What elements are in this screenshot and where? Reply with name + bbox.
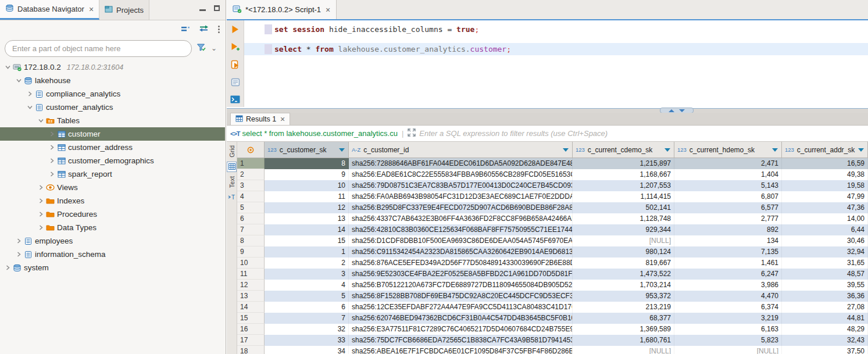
close-icon[interactable]: × — [280, 115, 285, 123]
column-filter-dropdown-icon[interactable] — [339, 148, 345, 152]
grid-cell-c_current_cdemo_sk[interactable]: 1,703,214 — [573, 280, 674, 291]
grid-cell-c_customer_sk[interactable]: 9 — [265, 169, 349, 180]
row-number-cell[interactable]: 8 — [237, 235, 265, 246]
results-filter-bar[interactable]: <>T select * from lakehouse.customer_ana… — [227, 126, 868, 142]
grid-cell-c_current_addr_sk[interactable]: 32,94 — [782, 246, 868, 258]
grid-cell-c_customer_sk[interactable]: 34 — [265, 346, 349, 354]
expand-filter-icon[interactable] — [408, 128, 416, 138]
tab-results-1[interactable]: Results 1 × — [230, 113, 290, 125]
execute-script-icon[interactable] — [231, 60, 240, 71]
grid-cell-c_current_hdemo_sk[interactable]: 6,807 — [674, 191, 782, 202]
row-number-cell[interactable]: 11 — [237, 269, 265, 280]
grid-cell-c_customer_id[interactable]: sha256:620746BED947362BCD6CF31B0A4C547DD… — [349, 313, 573, 324]
grid-cell-c_current_hdemo_sk[interactable]: 6,163 — [674, 324, 782, 335]
close-icon[interactable]: × — [89, 5, 94, 13]
grid-cell-c_customer_sk[interactable]: 13 — [265, 213, 349, 224]
grid-cell-c_current_cdemo_sk[interactable]: 1,128,748 — [573, 213, 674, 224]
grid-cell-c_current_hdemo_sk[interactable]: 5,143 — [674, 180, 782, 191]
grid-cell-c_current_addr_sk[interactable]: 39,55 — [782, 280, 868, 291]
collapse-up-icon[interactable] — [669, 109, 674, 112]
row-number-cell[interactable]: 12 — [237, 280, 265, 291]
chevron-right-icon[interactable] — [48, 171, 56, 177]
grid-cell-c_customer_sk[interactable]: 11 — [265, 191, 349, 202]
chevron-right-icon[interactable] — [48, 158, 56, 163]
grid-cell-c_current_cdemo_sk[interactable]: 1,207,553 — [573, 180, 674, 191]
grid-cell-c_customer_sk[interactable]: 3 — [265, 269, 349, 280]
grid-cell-c_customer_sk[interactable]: 2 — [265, 258, 349, 269]
grid-corner-cell[interactable] — [237, 142, 265, 158]
grid-cell-c_customer_id[interactable]: sha256:876ACE5EFED349A2D56F77D5084891433… — [349, 258, 573, 269]
grid-cell-c_current_hdemo_sk[interactable]: 3,219 — [674, 313, 782, 324]
grid-cell-c_customer_sk[interactable]: 7 — [265, 313, 349, 324]
close-icon[interactable]: × — [326, 6, 330, 14]
chevron-down-icon[interactable] — [3, 65, 12, 70]
grid-cell-c_customer_id[interactable]: sha256:FA0ABB6943B98054FC31D12D3E3AEC689… — [349, 191, 573, 202]
grid-cell-c_current_hdemo_sk[interactable]: 3,986 — [674, 280, 782, 291]
grid-cell-c_current_addr_sk[interactable]: 19,58 — [782, 180, 868, 191]
grid-cell-c_current_hdemo_sk[interactable]: 134 — [674, 235, 782, 246]
grid-cell-c_customer_id[interactable]: sha256:75DC7FCB6686EDA72565C1B838CA7FC43… — [349, 335, 573, 346]
grid-cell-c_current_cdemo_sk[interactable]: 1,680,761 — [573, 335, 674, 346]
collapse-all-icon[interactable] — [181, 24, 190, 34]
grid-cell-c_current_addr_sk[interactable]: 36,36 — [782, 291, 868, 302]
row-number-cell[interactable]: 18 — [237, 346, 265, 354]
collapse-down-icon[interactable] — [679, 109, 685, 112]
object-search-input[interactable] — [5, 40, 192, 57]
sql-line-2[interactable]: select * from lakehouse.customer_analyti… — [244, 44, 868, 55]
grid-cell-c_current_addr_sk[interactable]: 47,36 — [782, 202, 868, 213]
column-filter-dropdown-icon[interactable] — [858, 148, 864, 152]
tree-item-customer-demographics[interactable]: customer_demographics — [0, 154, 225, 167]
grid-cell-c_current_addr_sk[interactable]: 30,46 — [782, 235, 868, 246]
grid-cell-c_customer_sk[interactable]: 1 — [265, 246, 349, 258]
tree-item-tables[interactable]: Tables — [0, 114, 225, 127]
grid-cell-c_customer_id[interactable]: sha256:4337C7AB6432E3B06FF4A3636FD2F8CC8… — [349, 213, 573, 224]
tree-item-lakehouse[interactable]: lakehouse — [0, 74, 225, 87]
grid-cell-c_current_cdemo_sk[interactable]: 1,215,897 — [573, 158, 674, 169]
execute-statement-icon[interactable] — [231, 25, 239, 36]
grid-cell-c_current_cdemo_sk[interactable]: 502,141 — [573, 202, 674, 213]
grid-cell-c_current_addr_sk[interactable]: 16,59 — [782, 158, 868, 169]
grid-cell-c_current_cdemo_sk[interactable]: 929,344 — [573, 224, 674, 235]
column-filter-dropdown-icon[interactable] — [563, 148, 569, 152]
grid-cell-c_customer_sk[interactable]: 14 — [265, 224, 349, 235]
row-number-cell[interactable]: 3 — [237, 180, 265, 191]
grid-cell-c_current_hdemo_sk[interactable]: 6,577 — [674, 202, 782, 213]
grid-cell-c_current_addr_sk[interactable]: 48,29 — [782, 324, 868, 335]
row-number-cell[interactable]: 7 — [237, 224, 265, 235]
grid-cell-c_current_cdemo_sk[interactable]: 953,372 — [573, 291, 674, 302]
chevron-down-icon[interactable]: ⌄ — [211, 44, 217, 52]
chevron-right-icon[interactable] — [26, 91, 34, 96]
execute-in-new-tab-icon[interactable] — [231, 42, 240, 53]
sql-editor-content[interactable]: set session hide_inaccessible_columns = … — [244, 20, 868, 107]
grid-cell-c_current_cdemo_sk[interactable]: 68,377 — [573, 313, 674, 324]
grid-cell-c_current_hdemo_sk[interactable]: [NULL] — [674, 346, 782, 354]
row-number-cell[interactable]: 4 — [237, 191, 265, 202]
column-filter-dropdown-icon[interactable] — [665, 148, 670, 152]
tree-item-spark-report[interactable]: spark_report — [0, 167, 225, 181]
grid-cell-c_current_hdemo_sk[interactable]: 2,471 — [674, 158, 782, 169]
grid-cell-c_current_hdemo_sk[interactable]: 2,777 — [674, 213, 782, 224]
tree-item-system[interactable]: system — [0, 261, 225, 274]
tree-item-172.18.0.2[interactable]: 172.18.0.2172.18.0.2:31604 — [0, 60, 225, 74]
tree-item-information-schema[interactable]: information_schema — [0, 248, 225, 261]
text-presentation-button[interactable]: T — [227, 192, 237, 202]
grid-cell-c_customer_sk[interactable]: 10 — [265, 180, 349, 191]
grid-cell-c_customer_id[interactable]: sha256:E3A77511F81C7289C76C4065217D5D406… — [349, 324, 573, 335]
grid-cell-c_customer_id[interactable]: sha256:79D08751C3EA7C83BA57D177E00413D0C… — [349, 180, 573, 191]
grid-cell-c_current_cdemo_sk[interactable]: 1,473,522 — [573, 269, 674, 280]
grid-cell-c_customer_sk[interactable]: 6 — [265, 302, 349, 313]
grid-cell-c_customer_id[interactable]: sha256:42810C83B0360CE125634F068BAF8FF75… — [349, 224, 573, 235]
grid-cell-c_current_cdemo_sk[interactable]: [NULL] — [573, 235, 674, 246]
tree-item-views[interactable]: Views — [0, 181, 225, 194]
grid-cell-c_current_cdemo_sk[interactable]: [NULL] — [573, 346, 674, 354]
grid-cell-c_current_cdemo_sk[interactable]: 1,369,589 — [573, 324, 674, 335]
grid-cell-c_current_hdemo_sk[interactable]: 1,461 — [674, 258, 782, 269]
tree-item-data-types[interactable]: Data Types — [0, 221, 225, 234]
grid-cell-c_current_hdemo_sk[interactable]: 4,470 — [674, 291, 782, 302]
grid-cell-c_customer_id[interactable]: sha256:9E52303CE4FBA2E2F0525E8A5BFBD2C1A… — [349, 269, 573, 280]
row-number-cell[interactable]: 6 — [237, 213, 265, 224]
tree-item-compliance-analytics[interactable]: compliance_analytics — [0, 87, 225, 101]
column-filter-dropdown-icon[interactable] — [772, 148, 778, 152]
view-menu-icon[interactable] — [218, 26, 220, 33]
editor-results-splitter[interactable] — [227, 108, 868, 113]
